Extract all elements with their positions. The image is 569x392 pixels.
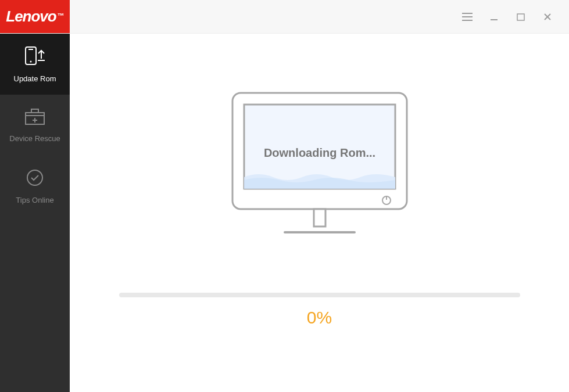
- svg-point-9: [30, 60, 32, 62]
- svg-point-17: [27, 170, 42, 185]
- sidebar-item-label: Tips Online: [16, 196, 53, 204]
- check-circle-icon: [26, 168, 44, 189]
- progress-bar: [119, 293, 520, 297]
- sidebar-item-label: Device Rescue: [9, 134, 60, 143]
- sidebar-item-label: Update Rom: [14, 74, 56, 83]
- close-button[interactable]: [542, 12, 553, 22]
- brand-dot: ™: [58, 12, 64, 20]
- window-body: Update Rom Device Rescue: [0, 34, 569, 392]
- svg-rect-22: [314, 209, 325, 226]
- minimize-button[interactable]: [489, 12, 499, 22]
- titlebar-controls: [462, 0, 569, 33]
- status-text: Downloading Rom...: [263, 146, 375, 159]
- sidebar-item-update-rom[interactable]: Update Rom: [0, 34, 70, 95]
- sidebar: Update Rom Device Rescue: [0, 34, 70, 392]
- titlebar-spacer: [70, 0, 462, 33]
- brand-text: Lenovo: [6, 8, 56, 26]
- sidebar-item-device-rescue[interactable]: Device Rescue: [0, 95, 70, 156]
- app-window: Lenovo™: [0, 0, 569, 392]
- titlebar: Lenovo™: [0, 0, 569, 34]
- progress-section: 0%: [119, 293, 520, 328]
- sidebar-item-tips-online[interactable]: Tips Online: [0, 156, 70, 217]
- svg-rect-4: [517, 14, 524, 20]
- main-content: Downloading Rom... 0%: [70, 34, 569, 392]
- progress-percent: 0%: [307, 308, 332, 328]
- phone-upload-icon: [22, 46, 48, 67]
- menu-icon[interactable]: [462, 12, 473, 22]
- first-aid-icon: [24, 108, 45, 127]
- maximize-button[interactable]: [516, 12, 526, 22]
- svg-rect-14: [31, 109, 38, 113]
- brand-logo: Lenovo™: [0, 0, 70, 33]
- monitor-illustration: Downloading Rom...: [227, 87, 413, 246]
